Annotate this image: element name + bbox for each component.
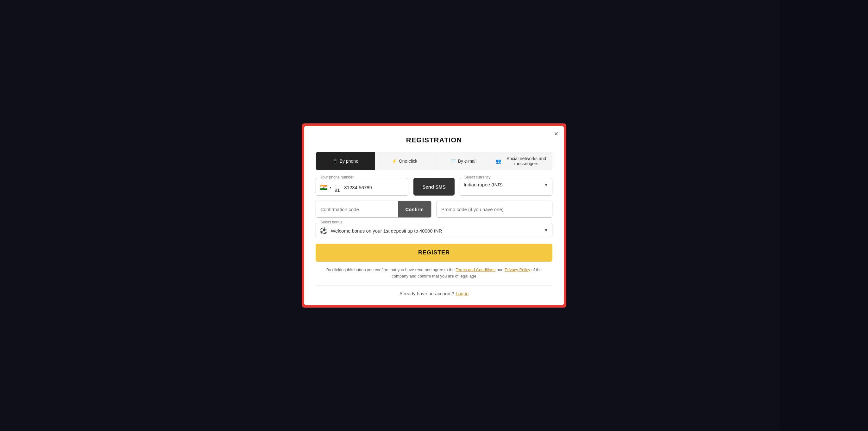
privacy-link[interactable]: Privacy Policy xyxy=(504,267,530,272)
promo-code-input[interactable] xyxy=(437,201,552,218)
modal-backdrop: × REGISTRATION 📱 By phone ⚡ One-click ✉️… xyxy=(0,0,868,431)
confirm-promo-row: Confirm xyxy=(316,201,552,218)
tab-social[interactable]: 👥 Social networks and messengers xyxy=(493,152,552,170)
close-button[interactable]: × xyxy=(554,130,558,137)
bonus-content: ⚽ Welcome bonus on your 1st deposit up t… xyxy=(320,227,442,234)
phone-number-input[interactable] xyxy=(344,185,404,190)
tab-by-email-label: By e-mail xyxy=(458,159,476,164)
phone-field-wrapper: Your phone number 🇮🇳 ▼ + 91 xyxy=(316,178,408,196)
tab-social-label: Social networks and messengers xyxy=(503,156,550,166)
social-tab-icon: 👥 xyxy=(496,159,501,164)
promo-wrapper xyxy=(437,201,552,218)
terms-text: By clicking this button you confirm that… xyxy=(316,267,552,279)
confirmation-code-input[interactable] xyxy=(316,201,398,218)
registration-modal: × REGISTRATION 📱 By phone ⚡ One-click ✉️… xyxy=(304,126,564,305)
currency-row[interactable]: Indian rupee (INR) ▼ xyxy=(464,182,548,187)
email-tab-icon: ✉️ xyxy=(451,159,456,164)
bonus-dropdown-icon: ▼ xyxy=(544,228,548,233)
bonus-wrapper[interactable]: Select bonus ⚽ Welcome bonus on your 1st… xyxy=(316,223,552,237)
country-code: + 91 xyxy=(335,182,342,193)
flag-chevron-icon: ▼ xyxy=(329,186,332,189)
tab-one-click[interactable]: ⚡ One-click xyxy=(375,152,434,170)
flag-selector[interactable]: 🇮🇳 ▼ xyxy=(320,184,332,191)
divider xyxy=(316,286,552,286)
already-account-text: Already have an account? xyxy=(400,291,454,296)
confirm-code-wrapper: Confirm xyxy=(316,201,431,218)
tabs-container: 📱 By phone ⚡ One-click ✉️ By e-mail 👥 So… xyxy=(316,152,552,170)
phone-field-label: Your phone number xyxy=(319,175,355,179)
already-account: Already have an account? Log in xyxy=(316,291,552,296)
terms-and: and xyxy=(495,267,504,272)
bonus-text: Welcome bonus on your 1st deposit up to … xyxy=(331,228,442,234)
login-link[interactable]: Log in xyxy=(456,291,468,296)
modal-red-border: × REGISTRATION 📱 By phone ⚡ One-click ✉️… xyxy=(302,124,566,307)
terms-link[interactable]: Terms and Conditions xyxy=(456,267,496,272)
confirm-button[interactable]: Confirm xyxy=(398,201,431,218)
tab-by-email[interactable]: ✉️ By e-mail xyxy=(434,152,494,170)
register-button[interactable]: REGISTER xyxy=(316,244,552,262)
tab-by-phone-label: By phone xyxy=(340,159,358,164)
currency-wrapper: Select currency Indian rupee (INR) ▼ xyxy=(460,178,552,196)
tab-one-click-label: One-click xyxy=(399,159,417,164)
send-sms-button[interactable]: Send SMS xyxy=(413,178,454,196)
one-click-tab-icon: ⚡ xyxy=(392,159,397,164)
phone-tab-icon: 📱 xyxy=(332,159,338,164)
terms-before: By clicking this button you confirm that… xyxy=(327,267,456,272)
tab-by-phone[interactable]: 📱 By phone xyxy=(316,152,375,170)
bonus-label: Select bonus xyxy=(319,220,343,224)
phone-currency-row: Your phone number 🇮🇳 ▼ + 91 Send SMS Sel… xyxy=(316,178,552,196)
modal-title: REGISTRATION xyxy=(316,136,552,144)
currency-label: Select currency xyxy=(463,175,492,179)
flag-emoji: 🇮🇳 xyxy=(320,184,328,191)
currency-value: Indian rupee (INR) xyxy=(464,182,503,187)
bonus-icon: ⚽ xyxy=(320,227,328,234)
currency-dropdown-icon: ▼ xyxy=(544,182,548,187)
phone-input-row: 🇮🇳 ▼ + 91 xyxy=(320,182,404,193)
